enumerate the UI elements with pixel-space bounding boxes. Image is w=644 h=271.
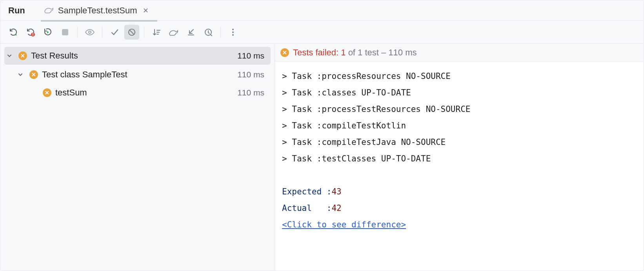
svg-point-7 — [232, 31, 234, 33]
show-ignored-tests-button[interactable] — [124, 25, 139, 40]
console-output[interactable]: > Task :processResources NO-SOURCE> Task… — [275, 62, 644, 239]
tree-test-time: 110 ms — [237, 88, 268, 97]
toolbar-separator — [220, 26, 221, 38]
main-split: ✕ Test Results 110 ms ✕ Test class Sampl… — [0, 44, 644, 271]
console-line: > Task :compileTestKotlin — [282, 117, 637, 134]
console-line: > Task :classes UP-TO-DATE — [282, 84, 637, 101]
fail-icon: ✕ — [29, 70, 38, 79]
tree-root-time: 110 ms — [237, 51, 268, 60]
chevron-down-icon — [18, 70, 25, 80]
svg-point-6 — [232, 29, 234, 30]
tree-root-row[interactable]: ✕ Test Results 110 ms — [4, 47, 271, 65]
svg-point-8 — [232, 34, 234, 36]
tree-class-time: 110 ms — [237, 70, 268, 79]
console-line: > Task :compileTestJava NO-SOURCE — [282, 134, 637, 150]
expected-value: 43 — [331, 187, 341, 196]
console-line: > Task :processResources NO-SOURCE — [282, 68, 637, 84]
svg-rect-2 — [62, 29, 68, 35]
tab-title: SampleTest.testSum — [58, 5, 137, 16]
summary-rest: of 1 test – 110 ms — [346, 48, 417, 57]
tree-class-row[interactable]: ✕ Test class SampleTest 110 ms — [0, 66, 275, 84]
actual-value: 42 — [331, 203, 341, 213]
more-options-button[interactable] — [226, 25, 240, 40]
chevron-down-icon — [7, 51, 15, 61]
tree-root-label: Test Results — [31, 51, 233, 61]
toolbar-separator — [144, 26, 144, 38]
toolbar-separator — [77, 26, 78, 38]
history-button[interactable] — [201, 25, 216, 40]
tree-test-label: testSum — [55, 88, 233, 98]
show-passed-button[interactable] — [82, 25, 97, 40]
toolbar-separator — [102, 26, 102, 38]
summary-failed: Tests failed: 1 — [293, 48, 346, 57]
sort-button[interactable] — [149, 25, 164, 40]
toggle-auto-rerun-button[interactable] — [40, 25, 55, 40]
gradle-tool-button[interactable] — [166, 25, 181, 40]
run-header: Run SampleTest.testSum ✕ — [0, 0, 644, 21]
tree-class-label: Test class SampleTest — [42, 70, 233, 80]
svg-point-3 — [89, 31, 91, 33]
rerun-button[interactable] — [6, 25, 21, 40]
fail-icon: ✕ — [280, 48, 289, 57]
run-tab[interactable]: SampleTest.testSum ✕ — [41, 1, 157, 22]
fail-icon: ✕ — [18, 51, 27, 60]
see-difference-link[interactable]: <Click to see difference> — [282, 220, 406, 229]
run-toolbar — [0, 21, 644, 44]
fail-icon: ✕ — [43, 88, 51, 97]
tree-test-row[interactable]: ✕ testSum 110 ms — [0, 84, 275, 102]
import-results-button[interactable] — [184, 25, 198, 40]
expected-label: Expected : — [282, 187, 331, 196]
stop-button[interactable] — [58, 25, 73, 40]
rerun-failed-button[interactable] — [23, 25, 38, 40]
actual-label: Actual : — [282, 203, 331, 213]
gradle-icon — [44, 6, 54, 15]
console-line: > Task :processTestResources NO-SOURCE — [282, 101, 637, 117]
svg-point-1 — [33, 35, 33, 36]
test-tree: ✕ Test Results 110 ms ✕ Test class Sampl… — [0, 44, 275, 271]
output-panel: ✕ Tests failed: 1 of 1 test – 110 ms > T… — [275, 44, 644, 271]
run-label: Run — [8, 5, 25, 16]
close-icon[interactable]: ✕ — [141, 5, 150, 16]
console-line: > Task :testClasses UP-TO-DATE — [282, 150, 637, 167]
show-passed-tests-button[interactable] — [107, 25, 122, 40]
test-summary-bar: ✕ Tests failed: 1 of 1 test – 110 ms — [275, 44, 644, 62]
